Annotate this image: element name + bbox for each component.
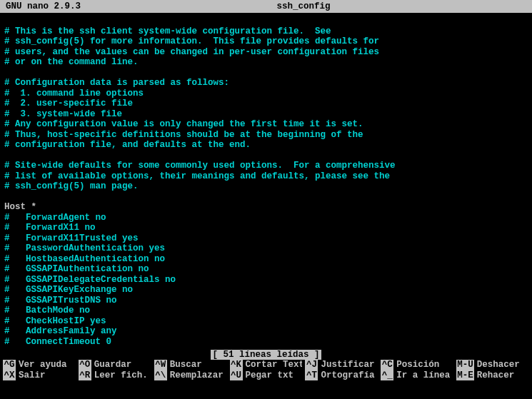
editor-content[interactable]: # This is the ssh client system-wide con… [0,13,532,350]
editor-line: # 3. system-wide file [4,109,528,120]
shortcut-label: Reemplazar [170,370,224,380]
editor-line: # GSSAPIDelegateCredentials no [4,275,528,286]
shortcut-item[interactable]: ^GVer ayuda [3,360,76,370]
host-line: Host * [4,202,528,213]
editor-line: # ssh_config(5) for more information. Th… [4,36,528,47]
shortcut-item[interactable]: M-ERehacer [456,370,529,380]
shortcuts-bar: ^GVer ayuda^OGuardar^WBuscar^KCortar Tex… [0,360,532,380]
shortcut-item[interactable]: ^XSalir [3,370,76,380]
shortcut-label: Justificar [321,360,374,370]
shortcut-item[interactable]: ^UPegar txt [230,370,303,380]
shortcut-label: Rehacer [477,370,515,380]
editor-line: # ForwardAgent no [4,213,528,223]
shortcut-key: ^K [230,360,243,370]
editor-line [4,192,528,203]
titlebar: GNU nano 2.9.3 ssh_config [0,0,532,13]
editor-line [4,68,528,79]
shortcut-label: Pegar txt [246,370,294,380]
shortcut-key: ^X [3,370,16,380]
editor-line [4,151,528,161]
shortcut-item[interactable]: ^OGuardar [79,360,151,370]
editor-line: # GSSAPIKeyExchange no [4,285,528,296]
editor-line: # GSSAPIAuthentication no [4,264,528,275]
editor-line: # Any configuration value is only change… [4,119,528,130]
shortcut-key: ^T [305,370,318,380]
shortcut-item[interactable]: ^WBuscar [154,360,227,370]
shortcut-key: M-E [456,370,474,380]
editor-line: # ssh_config(5) man page. [4,181,528,192]
shortcut-key: ^U [230,370,243,380]
shortcut-item[interactable]: ^\Reemplazar [154,370,227,380]
shortcut-key: ^O [79,360,91,370]
shortcut-label: Buscar [170,360,202,370]
shortcut-label: Guardar [94,360,132,370]
editor-line [4,16,528,26]
shortcut-key: ^J [305,360,318,370]
editor-line: # CheckHostIP yes [4,316,528,327]
editor-line: # ForwardX11 no [4,223,528,233]
shortcut-item[interactable]: ^KCortar Text [230,360,303,370]
shortcut-label: Posición [396,360,439,370]
shortcut-label: Ir a línea [396,370,450,380]
shortcut-item[interactable]: ^RLeer fich. [79,370,151,380]
shortcut-label: Leer fich. [94,370,148,380]
shortcut-label: Cortar Text [246,360,303,370]
shortcut-label: Salir [19,370,46,380]
editor-line: # GSSAPITrustDNS no [4,296,528,306]
editor-line: # 2. user-specific file [4,99,528,109]
editor-line: # This is the ssh client system-wide con… [4,26,528,37]
editor-line: # users, and the values can be changed i… [4,47,528,58]
editor-line: # Thus, host-specific definitions should… [4,130,528,141]
shortcut-key: ^W [154,360,167,370]
editor-line: # configuration file, and defaults at th… [4,140,528,151]
status-message: [ 51 líneas leídas ] [211,350,321,360]
editor-line: # list of available options, their meani… [4,171,528,182]
shortcut-label: Ver ayuda [19,360,67,370]
editor-line: # AddressFamily any [4,326,528,337]
shortcut-key: M-U [456,360,474,370]
shortcut-item[interactable]: ^JJustificar [305,360,378,370]
shortcut-item[interactable]: ^TOrtografía [305,370,378,380]
editor-line: # Configuration data is parsed as follow… [4,78,528,89]
app-name: GNU nano 2.9.3 [6,1,81,11]
shortcut-item[interactable]: M-UDeshacer [456,360,529,370]
shortcut-key: ^R [79,370,91,380]
shortcut-label: Deshacer [477,360,520,370]
editor-line: # or on the command line. [4,57,528,68]
status-bar: [ 51 líneas leídas ] [0,350,532,360]
shortcut-item[interactable]: ^_Ir a línea [381,370,453,380]
editor-line: # BatchMode no [4,305,528,316]
shortcut-label: Ortografía [321,370,374,380]
editor-line: # Site-wide defaults for some commonly u… [4,161,528,171]
shortcut-key: ^_ [381,370,393,380]
editor-line: # 1. command line options [4,89,528,99]
filename: ssh_config [81,1,526,11]
editor-line: # PasswordAuthentication yes [4,243,528,254]
shortcut-key: ^C [381,360,393,370]
shortcut-item[interactable]: ^CPosición [381,360,453,370]
editor-line: # ForwardX11Trusted yes [4,233,528,244]
shortcut-key: ^G [3,360,16,370]
editor-line: # HostbasedAuthentication no [4,254,528,265]
editor-line: # ConnectTimeout 0 [4,337,528,348]
shortcut-key: ^\ [154,370,167,380]
